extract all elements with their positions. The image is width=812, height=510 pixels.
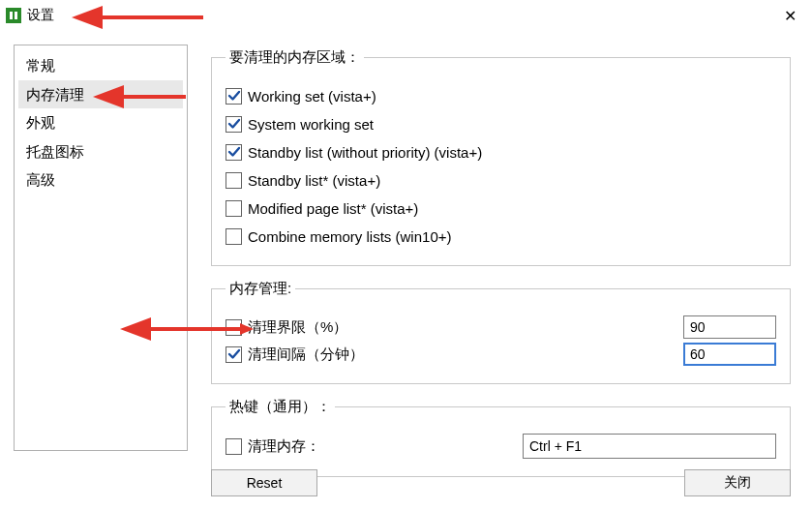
cb-row: System working set: [226, 111, 776, 136]
hotkey-input[interactable]: [523, 434, 776, 459]
label-hotkey-clean: 清理内存：: [248, 437, 320, 456]
sidebar: 常规 内存清理 外观 托盘图标 高级: [14, 45, 188, 451]
nav-item-advanced[interactable]: 高级: [18, 165, 183, 195]
legend-hotkey: 热键（通用）：: [226, 398, 335, 416]
label-sys-working-set: System working set: [248, 116, 374, 133]
checkbox-standby[interactable]: [226, 172, 242, 189]
cb-row: Combine memory lists (win10+): [226, 224, 776, 249]
checkbox-combine[interactable]: [226, 228, 242, 245]
label-clean-interval: 清理间隔（分钟）: [248, 345, 364, 364]
cb-row: Working set (vista+): [226, 83, 776, 108]
legend-mem-areas: 要清理的内存区域：: [226, 48, 364, 67]
limit-spinner: ▲ ▼: [683, 315, 776, 339]
cb-row: Standby list (without priority) (vista+): [226, 139, 776, 165]
checkbox-clean-interval[interactable]: [226, 346, 242, 363]
legend-mem-mgmt: 内存管理:: [226, 280, 295, 298]
checkbox-working-set[interactable]: [226, 88, 242, 105]
nav-item-tray[interactable]: 托盘图标: [18, 137, 183, 166]
group-hotkey: 热键（通用）： 清理内存：: [211, 398, 791, 477]
label-combine: Combine memory lists (win10+): [248, 228, 451, 245]
window-title: 设置: [27, 7, 54, 24]
label-working-set: Working set (vista+): [248, 88, 376, 105]
content-pane: 要清理的内存区域： Working set (vista+) System wo…: [211, 45, 798, 496]
checkbox-hotkey-clean[interactable]: [226, 438, 242, 455]
label-clean-limit: 清理界限（%）: [248, 318, 347, 337]
checkbox-clean-limit[interactable]: [226, 319, 242, 336]
checkbox-standby-np[interactable]: [226, 144, 242, 161]
limit-input[interactable]: [684, 316, 812, 338]
close-window-button[interactable]: ✕: [767, 0, 812, 31]
cb-row: Modified page list* (vista+): [226, 195, 776, 221]
nav-item-memclean[interactable]: 内存清理: [18, 80, 183, 109]
label-standby: Standby list* (vista+): [248, 172, 380, 189]
group-mem-mgmt: 内存管理: 清理界限（%） ▲ ▼: [211, 280, 791, 384]
interval-input[interactable]: [684, 344, 812, 365]
reset-button[interactable]: Reset: [211, 469, 317, 496]
interval-spinner: ▲ ▼: [683, 343, 776, 366]
label-modified: Modified page list* (vista+): [248, 200, 418, 217]
close-button[interactable]: 关闭: [684, 469, 791, 496]
checkbox-sys-working-set[interactable]: [226, 116, 242, 133]
group-mem-areas: 要清理的内存区域： Working set (vista+) System wo…: [211, 48, 791, 266]
nav-item-general[interactable]: 常规: [18, 51, 183, 80]
cb-row: Standby list* (vista+): [226, 167, 776, 193]
label-standby-np: Standby list (without priority) (vista+): [248, 144, 482, 161]
app-icon: [6, 8, 21, 23]
checkbox-modified[interactable]: [226, 200, 242, 217]
nav-item-appearance[interactable]: 外观: [18, 108, 183, 137]
titlebar: 设置 ✕: [0, 0, 812, 31]
